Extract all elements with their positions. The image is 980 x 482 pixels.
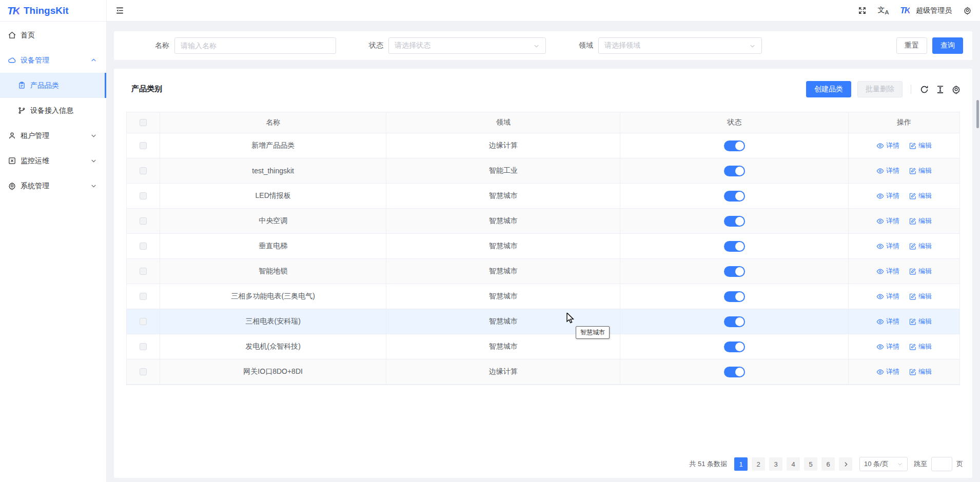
status-toggle[interactable] [724,367,745,377]
row-checkbox[interactable] [140,368,147,375]
edit-link[interactable]: 编辑 [909,141,932,150]
detail-link[interactable]: 详情 [876,191,899,200]
edit-icon [909,318,916,326]
sidebar-item-device-access[interactable]: 设备接入信息 [0,98,106,123]
clipboard-icon [17,81,26,90]
cell-domain: 边缘计算 [386,359,620,385]
row-height-icon[interactable] [935,85,945,94]
status-toggle[interactable] [724,342,745,352]
fullscreen-icon[interactable] [858,6,867,15]
edit-link[interactable]: 编辑 [909,166,932,175]
sidebar-item-tenant-management[interactable]: 租户管理 [0,123,106,148]
row-checkbox[interactable] [140,268,147,275]
detail-link[interactable]: 详情 [876,317,899,326]
page-buttons: 123456 [734,457,839,471]
brand[interactable]: TK ThingsKit [0,0,106,22]
name-filter-input[interactable] [174,37,336,54]
row-checkbox[interactable] [140,217,147,225]
status-toggle[interactable] [724,241,745,252]
page-size-select[interactable]: 10 条/页 [859,457,908,471]
sidebar-item-product-category[interactable]: 产品品类 [0,73,106,98]
detail-link[interactable]: 详情 [876,141,899,150]
table-header: 名称 领域 状态 操作 [127,112,959,133]
column-settings-gear-icon[interactable] [951,85,961,94]
status-toggle[interactable] [724,166,745,176]
page-button[interactable]: 2 [752,457,765,471]
detail-link[interactable]: 详情 [876,166,899,175]
detail-link[interactable]: 详情 [876,242,899,251]
edit-link[interactable]: 编辑 [909,191,932,200]
chevron-right-icon [842,461,849,468]
status-filter-label: 状态 [369,41,383,50]
select-all-checkbox[interactable] [140,119,147,126]
sidebar-item-label: 监控运维 [21,156,49,166]
eye-icon [876,167,884,175]
search-button[interactable]: 查询 [932,37,963,54]
sidebar-item-system-management[interactable]: 系统管理 [0,173,106,198]
translate-icon[interactable]: 文A [878,6,889,15]
table-row: LED情报板 智慧城市 详情 编辑 [127,184,959,209]
edit-link[interactable]: 编辑 [909,267,932,276]
edit-link[interactable]: 编辑 [909,216,932,226]
batch-delete-button[interactable]: 批量删除 [857,81,903,97]
page-title: 产品类别 [131,84,162,94]
page-button[interactable]: 5 [804,457,817,471]
detail-link[interactable]: 详情 [876,216,899,226]
cell-name: 三相多功能电表(三奥电气) [160,284,386,309]
detail-link[interactable]: 详情 [876,367,899,376]
row-checkbox[interactable] [140,243,147,250]
filter-bar: 名称 状态 请选择状态 领域 请选择领域 重置 查询 [114,31,972,60]
edit-link[interactable]: 编辑 [909,292,932,301]
refresh-icon[interactable] [919,85,929,94]
edit-link[interactable]: 编辑 [909,367,932,376]
cell-name: 发电机(众智科技) [160,334,386,359]
settings-gear-icon[interactable] [963,6,972,15]
status-toggle[interactable] [724,191,745,202]
page-button[interactable]: 4 [787,457,800,471]
row-checkbox[interactable] [140,318,147,325]
row-checkbox[interactable] [140,167,147,174]
status-toggle[interactable] [724,216,745,227]
table-row: 垂直电梯 智慧城市 详情 编辑 [127,234,959,259]
status-toggle[interactable] [724,291,745,302]
row-checkbox[interactable] [140,293,147,300]
eye-icon [876,268,884,275]
chevron-down-icon [90,183,97,189]
scrollbar-thumb[interactable] [976,100,979,128]
status-filter-select[interactable]: 请选择状态 [388,37,546,54]
status-toggle[interactable] [724,140,745,151]
sidebar: TK ThingsKit 首页 设备管理 [0,0,107,482]
cell-name: 新增产品品类 [160,133,386,158]
sidebar-item-monitoring-ops[interactable]: 监控运维 [0,148,106,173]
create-category-button[interactable]: 创建品类 [806,81,851,97]
edit-link[interactable]: 编辑 [909,317,932,326]
cell-name: 垂直电梯 [160,234,386,259]
jump-label: 跳至 [914,459,927,469]
sidebar-item-home[interactable]: 首页 [0,23,106,48]
domain-filter-select[interactable]: 请选择领域 [598,37,762,54]
detail-link[interactable]: 详情 [876,267,899,276]
detail-link[interactable]: 详情 [876,292,899,301]
page-unit-label: 页 [956,459,963,469]
domain-tooltip: 智慧城市 [576,326,610,339]
page-button[interactable]: 1 [734,457,748,471]
row-checkbox[interactable] [140,142,147,149]
next-page-button[interactable] [839,457,852,471]
cell-name: LED情报板 [160,184,386,209]
row-checkbox[interactable] [140,343,147,350]
cell-domain: 智慧城市 [386,284,620,309]
menu-fold-icon[interactable] [115,6,125,15]
total-count: 共 51 条数据 [689,459,727,469]
page-button[interactable]: 6 [821,457,835,471]
page-button[interactable]: 3 [769,457,782,471]
row-checkbox[interactable] [140,192,147,199]
avatar[interactable]: TK [900,6,910,16]
reset-button[interactable]: 重置 [896,37,927,54]
edit-link[interactable]: 编辑 [909,342,932,351]
status-toggle[interactable] [724,266,745,277]
sidebar-item-device-management[interactable]: 设备管理 [0,48,106,73]
detail-link[interactable]: 详情 [876,342,899,351]
status-toggle[interactable] [724,316,745,327]
jump-page-input[interactable] [931,457,952,471]
edit-link[interactable]: 编辑 [909,242,932,251]
